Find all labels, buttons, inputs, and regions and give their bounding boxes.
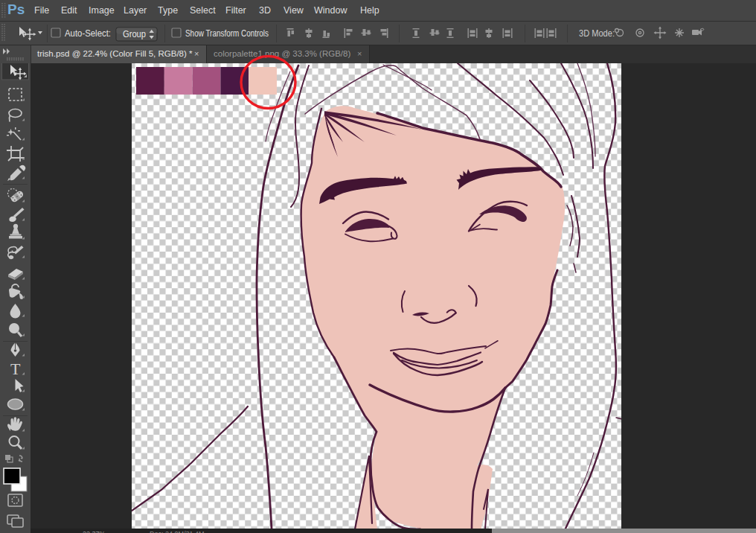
svg-text:3D Mode:: 3D Mode: [579,28,615,39]
svg-text:T: T [10,360,21,378]
svg-text:Auto-Select:: Auto-Select: [65,28,111,39]
svg-text:Show Transform Controls: Show Transform Controls [185,28,269,39]
svg-text:Group: Group [123,29,146,39]
